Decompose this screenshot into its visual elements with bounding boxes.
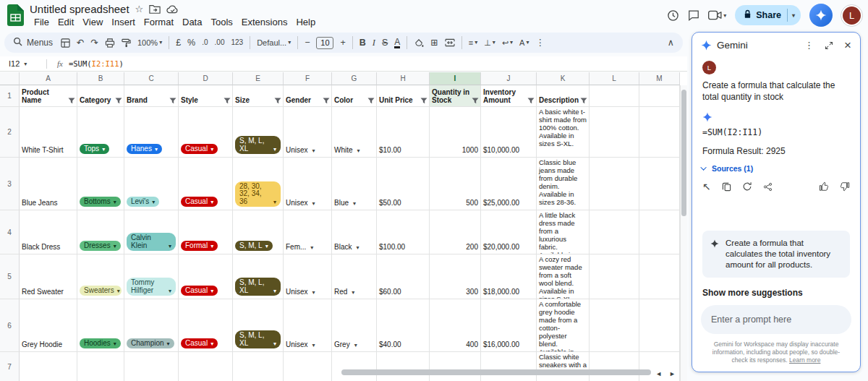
meet-icon[interactable]: ▾	[708, 10, 726, 20]
gemini-button[interactable]	[809, 4, 833, 27]
account-avatar[interactable]: L	[841, 5, 862, 26]
cell-L4[interactable]	[590, 210, 639, 254]
dropdown-chip[interactable]: Dresses▾	[80, 241, 121, 252]
cell-L1[interactable]	[590, 85, 639, 107]
search-menus-button[interactable]: Menus	[13, 37, 53, 48]
row-header-4[interactable]: 4	[0, 210, 20, 254]
cell-L5[interactable]	[590, 254, 639, 299]
cell-I4[interactable]: 200	[430, 210, 481, 254]
filter-icon[interactable]	[367, 98, 375, 104]
strikethrough-button[interactable]: S	[382, 38, 388, 48]
italic-button[interactable]: I	[373, 38, 375, 48]
filter-icon[interactable]	[527, 98, 535, 104]
column-header-H[interactable]: H	[377, 72, 430, 85]
share-button[interactable]: Share ▾	[735, 5, 801, 25]
filter-icon[interactable]	[224, 98, 231, 104]
cell-F5[interactable]: Unisex▾	[284, 254, 332, 299]
cell-K5[interactable]: A cozy red sweater made from a soft wool…	[537, 254, 590, 299]
menu-edit[interactable]: Edit	[54, 16, 78, 28]
column-header-G[interactable]: G	[332, 72, 377, 85]
menu-format[interactable]: Format	[140, 16, 178, 28]
cell-G6[interactable]: Grey▾	[332, 299, 377, 352]
cell-J6[interactable]: $16,000.00	[481, 299, 537, 352]
dropdown-chip[interactable]: S, M, L, XL▾	[235, 278, 281, 296]
filter-icon[interactable]	[580, 98, 587, 104]
column-header-L[interactable]: L	[590, 72, 639, 85]
cell-K2[interactable]: A basic white t-shirt made from 100% cot…	[537, 107, 590, 158]
cell-I5[interactable]: 300	[430, 254, 481, 299]
prompt-input[interactable]: Enter a prompt here	[701, 305, 851, 334]
cell-H7[interactable]	[377, 352, 430, 381]
text-color-button[interactable]: A	[394, 38, 400, 48]
dropdown-chip[interactable]: Levi's▾	[127, 197, 159, 207]
cell-J7[interactable]	[481, 352, 537, 381]
cell-J3[interactable]: $25,000.00	[481, 158, 537, 210]
cell-L3[interactable]	[590, 158, 639, 210]
cell-L2[interactable]	[590, 107, 639, 158]
redo-icon[interactable]: ↷	[91, 38, 98, 48]
cell-H3[interactable]: $50.00	[377, 158, 430, 210]
cell-I3[interactable]: 500	[430, 158, 481, 210]
cell-C6[interactable]: Champion▾	[124, 299, 179, 352]
close-icon[interactable]: ×	[844, 40, 851, 51]
dropdown-chip[interactable]: Sweaters▾	[80, 286, 122, 296]
scroll-right-icon[interactable]: ►	[669, 370, 676, 377]
cell-E4[interactable]: S, M, L▾	[233, 210, 284, 254]
dropdown-chip[interactable]: S, M, L, XL▾	[235, 330, 281, 348]
cell-G3[interactable]: Blue▾	[332, 158, 377, 210]
cell-D4[interactable]: Formal▾	[179, 210, 233, 254]
cell-B5[interactable]: Sweaters▾	[77, 254, 124, 299]
row-header-3[interactable]: 3	[0, 158, 20, 210]
row-header-1[interactable]: 1	[0, 85, 20, 107]
cell-D3[interactable]: Casual▾	[179, 158, 233, 210]
cell-G2[interactable]: White▾	[332, 107, 377, 158]
cell-J2[interactable]: $10,000.00	[481, 107, 537, 158]
vertical-align-button[interactable]: ⊥▾	[484, 39, 495, 47]
cell-C4[interactable]: Calvin Klein▾	[124, 210, 179, 254]
dropdown-chip[interactable]: Casual▾	[181, 286, 218, 296]
cell-B3[interactable]: Bottoms▾	[77, 158, 124, 210]
increase-font-size-button[interactable]: +	[340, 38, 345, 48]
cell-M5[interactable]	[639, 254, 680, 299]
bold-button[interactable]: B	[359, 38, 366, 48]
menu-insert[interactable]: Insert	[107, 16, 140, 28]
cell-E7[interactable]	[233, 352, 284, 381]
dropdown-chip[interactable]: Hoodies▾	[80, 338, 121, 349]
regenerate-icon[interactable]	[742, 181, 752, 192]
cell-B6[interactable]: Hoodies▾	[77, 299, 124, 352]
cell-B1[interactable]: Category	[77, 85, 124, 107]
cell-F6[interactable]: Unisex▾	[284, 299, 332, 352]
suggestion-chip[interactable]: Create a formula that calculates the tot…	[702, 231, 850, 278]
undo-icon[interactable]: ↶	[77, 38, 84, 48]
column-header-F[interactable]: F	[284, 72, 332, 85]
cell-D7[interactable]	[179, 352, 233, 381]
column-header-B[interactable]: B	[77, 72, 124, 85]
cell-K6[interactable]: A comfortable grey hoodie made from a co…	[537, 299, 590, 352]
collapse-toolbar-icon[interactable]: ∧	[668, 38, 674, 48]
scrollbar-thumb[interactable]	[681, 90, 686, 216]
zoom-select[interactable]: 100%▾	[137, 39, 162, 47]
increase-decimal-button[interactable]: .00	[215, 39, 225, 46]
column-header-M[interactable]: M	[639, 72, 680, 85]
dropdown-chip[interactable]: 28, 30, 32, 34, 36▾	[235, 181, 281, 207]
column-header-J[interactable]: J	[481, 72, 537, 85]
sheets-logo-icon[interactable]	[7, 4, 24, 29]
dropdown-chip[interactable]: Casual▾	[181, 197, 218, 207]
cell-J4[interactable]: $20,000.00	[481, 210, 537, 254]
filter-icon[interactable]	[274, 98, 281, 104]
star-icon[interactable]: ☆	[135, 4, 144, 14]
row-header-6[interactable]: 6	[0, 299, 20, 352]
dropdown-chip[interactable]: Formal▾	[181, 241, 218, 252]
dropdown-chip[interactable]: Casual▾	[181, 144, 218, 155]
filter-icon[interactable]	[115, 98, 122, 104]
cell-J1[interactable]: Inventory Amount	[481, 85, 537, 107]
menu-file[interactable]: File	[30, 16, 54, 28]
cell-D1[interactable]: Style	[179, 85, 233, 107]
cell-K1[interactable]: Description	[537, 85, 590, 107]
thumbs-down-icon[interactable]	[840, 181, 850, 192]
filter-icon[interactable]	[68, 98, 75, 104]
print-icon[interactable]	[105, 38, 115, 48]
cell-G4[interactable]: Black▾	[332, 210, 377, 254]
dropdown-chip[interactable]: Calvin Klein▾	[127, 233, 176, 251]
move-folder-icon[interactable]	[149, 4, 161, 14]
